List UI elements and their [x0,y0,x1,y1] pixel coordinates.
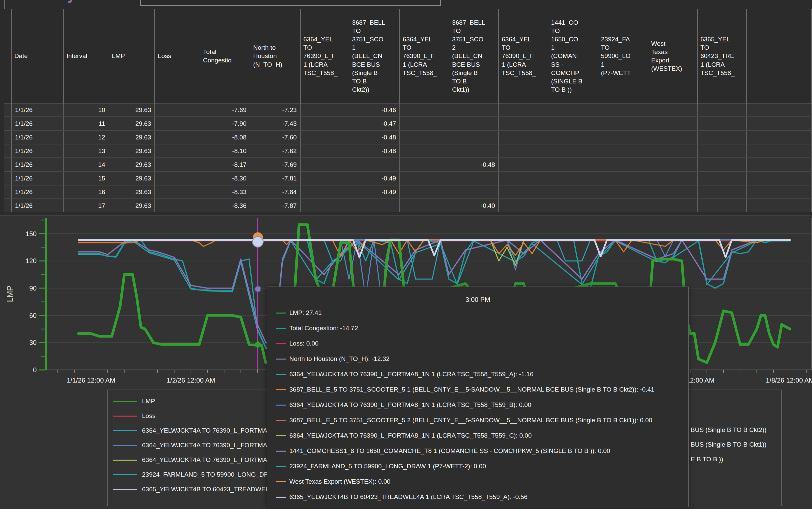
table-cell[interactable] [697,199,747,212]
table-cell[interactable] [4,144,11,158]
table-cell[interactable] [400,199,449,212]
table-cell[interactable] [400,117,449,130]
table-cell[interactable] [747,158,812,171]
table-cell[interactable]: 17 [63,199,109,212]
table-cell[interactable] [697,158,747,171]
table-cell[interactable]: 1/1/26 [11,144,63,158]
table-cell[interactable]: -8.33 [200,185,250,199]
table-cell[interactable] [300,171,349,185]
table-cell[interactable]: -8.08 [200,130,250,144]
table-cell[interactable] [300,199,349,212]
table-cell[interactable]: -8.17 [200,158,250,171]
table-cell[interactable]: 29.63 [109,171,155,185]
table-cell[interactable] [697,144,747,158]
table-cell[interactable]: -0.40 [449,199,499,212]
table-cell[interactable]: -0.49 [349,171,400,185]
table-cell[interactable] [499,103,548,117]
table-cell[interactable] [747,199,812,212]
table-cell[interactable] [155,158,200,171]
table-cell[interactable] [548,144,598,158]
table-row[interactable]: 1/1/261729.63-8.36-7.87-0.40 [4,199,812,212]
table-cell[interactable]: -0.48 [349,144,400,158]
table-cell[interactable] [648,199,697,212]
table-cell[interactable] [449,185,499,199]
table-cell[interactable]: -0.49 [349,185,400,199]
table-cell[interactable]: 29.63 [109,117,155,130]
table-cell[interactable] [598,199,648,212]
table-cell[interactable] [4,103,11,117]
table-cell[interactable] [4,130,11,144]
table-cell[interactable] [548,171,598,185]
table-cell[interactable] [697,117,747,130]
table-cell[interactable] [155,199,200,212]
table-cell[interactable] [400,103,449,117]
table-cell[interactable] [449,144,499,158]
column-header[interactable]: 6364_YEL TO 76390_L_F 1 (LCRA TSC_T558_ [499,9,548,103]
table-cell[interactable]: -0.48 [449,158,499,171]
table-cell[interactable] [598,117,648,130]
table-cell[interactable]: -7.60 [250,130,300,144]
table-cell[interactable] [155,103,200,117]
column-header[interactable] [4,9,11,103]
table-cell[interactable] [449,130,499,144]
table-cell[interactable]: -8.10 [200,144,250,158]
table-cell[interactable] [598,158,648,171]
table-cell[interactable] [155,117,200,130]
column-header[interactable]: 6364_YEL TO 76390_L_F 1 (LCRA TSC_T558_ [300,9,349,103]
table-cell[interactable] [548,130,598,144]
table-cell[interactable] [697,185,747,199]
table-cell[interactable]: 29.63 [109,144,155,158]
column-header[interactable]: Total Congestio [200,9,250,103]
table-row[interactable]: 1/1/261129.63-7.90-7.43-0.47 [4,117,812,130]
table-cell[interactable] [548,103,598,117]
lmp-table[interactable]: DateIntervalLMPLossTotal CongestioNorth … [4,9,812,212]
table-cell[interactable] [548,199,598,212]
table-cell[interactable]: 1/1/26 [11,103,63,117]
table-cell[interactable] [648,185,697,199]
table-cell[interactable] [4,199,11,212]
table-cell[interactable] [155,171,200,185]
table-cell[interactable]: 1/1/26 [11,130,63,144]
table-cell[interactable] [400,185,449,199]
table-cell[interactable]: 11 [63,117,109,130]
table-cell[interactable] [499,144,548,158]
table-cell[interactable] [747,185,812,199]
table-cell[interactable]: 1/1/26 [11,117,63,130]
table-cell[interactable]: 29.63 [109,130,155,144]
table-cell[interactable]: -7.90 [200,117,250,130]
table-cell[interactable]: 29.63 [109,199,155,212]
table-cell[interactable] [155,185,200,199]
table-cell[interactable] [499,117,548,130]
table-cell[interactable] [648,130,697,144]
table-cell[interactable]: -7.81 [250,171,300,185]
table-cell[interactable] [648,171,697,185]
table-row[interactable]: 1/1/261429.63-8.17-7.69-0.48 [4,158,812,171]
table-cell[interactable] [499,199,548,212]
column-header[interactable]: Loss [155,9,200,103]
table-cell[interactable] [300,185,349,199]
table-cell[interactable] [648,103,697,117]
table-cell[interactable] [598,171,648,185]
table-cell[interactable] [747,171,812,185]
table-row[interactable]: 1/1/261229.63-8.08-7.60-0.48 [4,130,812,144]
table-cell[interactable]: -7.43 [250,117,300,130]
table-cell[interactable]: 29.63 [109,185,155,199]
table-cell[interactable] [349,199,400,212]
table-cell[interactable] [400,171,449,185]
table-cell[interactable] [300,103,349,117]
column-header[interactable]: North to Houston (N_TO_H) [250,9,300,103]
table-cell[interactable] [300,130,349,144]
table-cell[interactable]: 15 [63,171,109,185]
table-cell[interactable] [300,144,349,158]
table-cell[interactable] [449,103,499,117]
toolbar-input[interactable] [140,0,441,6]
table-cell[interactable] [300,117,349,130]
table-cell[interactable] [747,144,812,158]
table-row[interactable]: 1/1/261629.63-8.33-7.84-0.49 [4,185,812,199]
column-header[interactable]: Interval [63,9,109,103]
column-header[interactable]: 3687_BELL TO 3751_SCO 2 (BELL_CN BCE BUS… [449,9,499,103]
table-cell[interactable]: -7.87 [250,199,300,212]
table-row[interactable]: 1/1/261329.63-8.10-7.62-0.48 [4,144,812,158]
table-cell[interactable]: 12 [63,130,109,144]
table-cell[interactable]: -0.48 [349,130,400,144]
